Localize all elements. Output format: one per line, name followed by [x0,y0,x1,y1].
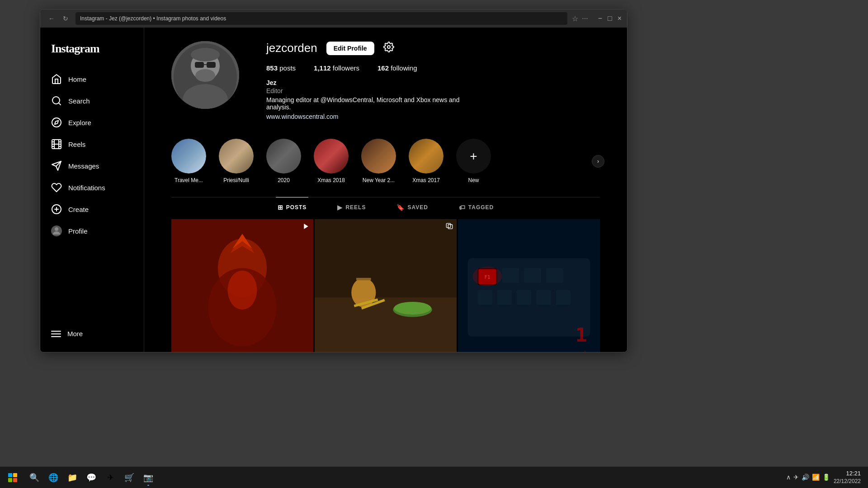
taskbar-instagram[interactable]: 📷 [139,469,157,487]
username: jezcorden [266,41,317,55]
post-image-3: F1 [458,219,600,352]
taskbar-right: ∧ ✈ 🔊 📶 🔋 12:21 22/12/2022 [786,469,864,485]
tray-battery: 🔋 [822,474,830,481]
sidebar-item-messages-label: Messages [68,162,99,170]
taskbar-telegram[interactable]: ✈ [101,469,119,487]
profile-stats: 853 posts 1,112 followers 162 following [266,64,600,72]
tab-tagged-label: TAGGED [468,204,494,211]
highlight-label-2020: 2020 [278,177,290,183]
sidebar-item-home[interactable]: Home [46,68,138,90]
profile-website[interactable]: www.windowscentral.com [266,113,339,120]
start-button[interactable] [4,469,22,487]
browser-more-button[interactable]: ··· [582,14,588,23]
sidebar-item-messages[interactable]: Messages [46,155,138,177]
following-count: 162 [377,64,389,72]
maximize-button[interactable]: □ [608,14,612,23]
browser-actions: ☆ ··· [572,14,588,23]
tray-arrow[interactable]: ∧ [786,474,791,481]
post-item-1[interactable] [171,219,313,352]
followers-label: followers [333,64,359,72]
tab-saved[interactable]: 🔖 SAVED [395,197,429,217]
post-item-2[interactable] [315,219,457,352]
address-bar[interactable]: Instagram - Jez (@jezcorden) • Instagram… [75,12,567,25]
svg-point-19 [195,69,215,82]
highlight-newyear[interactable]: New Year 2... [361,139,396,183]
svg-rect-49 [546,268,563,282]
post-item-3[interactable]: F1 [458,219,600,352]
sidebar-item-profile[interactable]: Profile [46,220,138,242]
svg-marker-32 [304,224,308,229]
taskbar-store[interactable]: 🛒 [120,469,138,487]
tab-tagged[interactable]: 🏷 TAGGED [457,197,495,217]
close-button[interactable]: × [618,14,622,23]
svg-rect-50 [477,290,492,305]
tab-reels[interactable]: ▶ REELS [335,197,368,217]
sidebar-item-notifications[interactable]: Notifications [46,177,138,198]
svg-point-24 [191,48,220,61]
taskbar-explorer[interactable]: 📁 [63,469,81,487]
browser-refresh-button[interactable]: ↻ [60,13,71,24]
sidebar-item-profile-label: Profile [68,227,88,235]
profile-display-name: Jez [266,79,600,86]
browser-titlebar: ← ↻ Instagram - Jez (@jezcorden) • Insta… [40,9,627,28]
svg-rect-34 [315,297,457,352]
minimize-button[interactable]: − [598,14,602,23]
sidebar-item-home-label: Home [68,75,86,83]
following-stat[interactable]: 162 following [377,64,417,72]
sidebar-item-reels[interactable]: Reels [46,133,138,155]
posts-grid: F1 [171,219,600,352]
tab-posts-label: POSTS [286,204,307,211]
search-icon [51,95,62,106]
tray-network[interactable]: 📶 [812,474,820,481]
messages-icon [51,160,62,171]
taskbar-clock[interactable]: 12:21 22/12/2022 [834,469,861,485]
tray-volume[interactable]: 🔊 [802,474,809,481]
avatar [51,225,62,236]
highlights-next-arrow[interactable]: › [592,155,604,168]
avatar-image [171,41,239,109]
profile-avatar [171,41,239,109]
page-title: Instagram - Jez (@jezcorden) • Instagram… [80,15,226,22]
settings-icon[interactable] [383,42,394,55]
sidebar-item-search[interactable]: Search [46,90,138,112]
highlight-label-travel: Travel Me... [175,177,203,183]
highlight-priesi[interactable]: Priesi/Nulli [219,139,254,183]
tab-reels-label: REELS [345,204,366,211]
followers-stat[interactable]: 1,112 followers [314,64,359,72]
highlight-new[interactable]: + New [456,139,491,183]
taskbar-apps: 🔍 🌐 📁 💬 ✈ 🛒 📷 [25,469,157,487]
highlight-xmas2018[interactable]: Xmas 2018 [314,139,349,183]
star-icon[interactable]: ☆ [572,14,578,23]
explore-icon [51,117,62,128]
taskbar-search[interactable]: 🔍 [25,469,43,487]
svg-point-25 [387,46,390,48]
svg-rect-47 [502,268,519,282]
svg-text:!: ! [583,349,587,352]
svg-point-31 [228,271,257,310]
taskbar: 🔍 🌐 📁 💬 ✈ 🛒 📷 ∧ ✈ 🔊 📶 🔋 12:21 22/12/2022 [0,466,868,488]
sidebar-item-notifications-label: Notifications [68,184,105,192]
tab-posts[interactable]: ⊞ POSTS [276,197,309,217]
highlight-label-priesi: Priesi/Nulli [223,177,249,183]
browser-back-button[interactable]: ← [46,13,57,24]
highlight-xmas2017[interactable]: Xmas 2017 [409,139,443,183]
browser-content: Instagram Home Search Explore [40,28,627,352]
posts-stat: 853 posts [266,64,296,72]
highlight-label-xmas2018: Xmas 2018 [317,177,345,183]
highlight-circle-new: + [456,139,491,174]
sidebar-item-explore-label: Explore [68,119,91,127]
highlight-travel[interactable]: Travel Me... [171,139,206,183]
edit-profile-button[interactable]: Edit Profile [326,42,374,55]
main-content: jezcorden Edit Profile 853 posts [144,28,627,352]
sidebar-item-more[interactable]: More [46,324,138,343]
sidebar-item-explore[interactable]: Explore [46,112,138,133]
clock-date: 22/12/2022 [834,478,861,485]
taskbar-whatsapp[interactable]: 💬 [82,469,100,487]
system-tray-icons: ∧ ✈ 🔊 📶 🔋 [786,474,830,481]
profile-bio: Managing editor at @WindowsCentral, Micr… [266,96,470,111]
taskbar-edge[interactable]: 🌐 [44,469,62,487]
sidebar-item-create[interactable]: Create [46,198,138,220]
highlight-2020[interactable]: 2020 [266,139,301,183]
reels-tab-icon: ▶ [337,204,343,211]
sidebar-item-more-label: More [67,330,83,338]
